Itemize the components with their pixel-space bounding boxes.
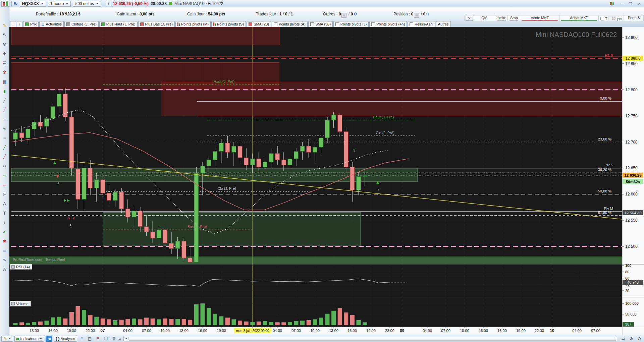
check-icon[interactable]: ✔: [1, 228, 9, 235]
chevron-down-icon: [40, 338, 42, 339]
svg-text:12 550: 12 550: [625, 218, 638, 223]
palette-icon[interactable]: ✾: [1, 68, 9, 76]
grid-icon[interactable]: ▦: [1, 78, 9, 85]
scrollbar-thumb[interactable]: [128, 337, 616, 341]
tab-heikin-ashi[interactable]: Heikin-Ashi: [408, 21, 435, 27]
text-tool-icon[interactable]: T: [1, 209, 9, 217]
zigzag-icon[interactable]: ⋀: [1, 200, 9, 207]
pan-icon[interactable]: ✚: [1, 50, 9, 57]
candles-icon[interactable]: ▮: [1, 87, 9, 95]
svg-text:50,00 %: 50,00 %: [598, 189, 612, 193]
tab-prix[interactable]: Prix: [23, 21, 39, 27]
indicators-button[interactable]: ▅ Indicateurs: [14, 336, 45, 342]
trendline-red-icon[interactable]: ╱: [1, 153, 9, 160]
hline-red-icon[interactable]: ─: [1, 181, 9, 188]
rectangle-tool-icon[interactable]: ▭: [1, 115, 9, 123]
tab-points-pivots-a[interactable]: Points pivots (A): [272, 21, 308, 27]
draw-pencil-icon[interactable]: ✎: [1, 21, 9, 29]
windows-icon[interactable]: ❐: [103, 336, 109, 342]
zoom-icon[interactable]: ⊙: [1, 40, 9, 48]
volume-chip[interactable]: Volume: [10, 301, 31, 306]
scroll-left-icon[interactable]: ◄: [124, 337, 128, 341]
chevron-down-icon: [66, 3, 68, 4]
tab-plus-haut[interactable]: Plus Haut (J, Pré): [99, 21, 138, 27]
indicator-color-icon: [140, 22, 144, 26]
trendline-green-icon[interactable]: ╱: [1, 144, 9, 151]
svg-text:50 000: 50 000: [625, 312, 637, 316]
fibonacci-icon[interactable]: ≡: [1, 134, 9, 141]
svg-text:38,20 %: 38,20 %: [598, 168, 612, 172]
delete-icon[interactable]: ✖: [1, 237, 9, 245]
chat-icon[interactable]: ❝: [78, 336, 85, 342]
sync-icon[interactable]: ↻: [14, 1, 18, 6]
zigzag2-icon[interactable]: ∿: [1, 256, 9, 264]
indicator-checkbox-icon[interactable]: [410, 22, 413, 26]
tab-sma-20[interactable]: SMA (20): [247, 21, 271, 27]
tab-label: Points pivots (J): [340, 22, 367, 26]
target-points-input[interactable]: [608, 16, 616, 21]
screenshot-icon[interactable]: ▤: [1, 59, 9, 66]
svg-text:10: 10: [550, 328, 554, 333]
zoom-in-icon[interactable]: ⊕: [628, 336, 635, 342]
analyser-button[interactable]: [ ] Analyser: [54, 336, 77, 342]
minimize-button[interactable]: ─: [619, 1, 625, 6]
wave-tool-icon[interactable]: ∿: [1, 125, 9, 132]
annotation-icon[interactable]: A: [1, 266, 9, 273]
tab-sma-50[interactable]: SMA (50): [308, 21, 333, 27]
orders-gear-icon[interactable]: ⚙: [354, 12, 357, 16]
settings-wrench-icon[interactable]: ⚒: [111, 336, 117, 342]
swap-axes-icon[interactable]: ⇄: [620, 336, 627, 342]
hline-green-icon[interactable]: ─: [1, 172, 9, 179]
restore-button[interactable]: ❐: [627, 1, 634, 6]
fib-retracement-icon[interactable]: F: [1, 190, 9, 198]
position-list-icon[interactable]: ▤: [414, 13, 419, 18]
price-chart[interactable]: Mini NASDAQ100 Full0622R1 SHaut (J, Pré)…: [9, 27, 644, 335]
units-select[interactable]: 200 unités: [73, 1, 101, 7]
share-icon[interactable]: ◅: [46, 336, 52, 342]
svg-text:12 500: 12 500: [625, 244, 638, 249]
tab-export-up[interactable]: ↑: [17, 21, 23, 27]
tab-points-pivots-j[interactable]: Points pivots (J): [333, 21, 369, 27]
tab-plus-bas[interactable]: Plus Bas (J, Pré): [138, 21, 175, 27]
rectangle2-icon[interactable]: ▭: [1, 247, 9, 254]
tab-cloture[interactable]: Clôture (J, Pré): [64, 21, 99, 27]
svg-text:12 800: 12 800: [625, 88, 638, 92]
svg-text:59m32s: 59m32s: [626, 180, 640, 184]
market-depth-icon[interactable]: ≣: [95, 336, 101, 342]
ruler-icon[interactable]: ╱: [1, 97, 9, 104]
rsi-chip[interactable]: RSI (14): [10, 264, 32, 270]
collapse-chevrons-icon[interactable]: «: [119, 336, 121, 341]
info-icon[interactable]: i: [106, 1, 111, 6]
zoom-out-icon[interactable]: ⊖: [636, 336, 643, 342]
buy-mkt-label: Achat MKT: [570, 16, 588, 20]
position-gear-icon[interactable]: ⚙: [426, 12, 430, 16]
svg-text:Mini NASDAQ100 Full0622: Mini NASDAQ100 Full0622: [536, 31, 617, 38]
orders-list-icon[interactable]: ▤: [341, 13, 346, 18]
tab-label: Prix: [30, 22, 37, 26]
target-checkbox[interactable]: [600, 17, 604, 20]
indicator-checkbox-icon[interactable]: [335, 22, 339, 26]
indicator-checkbox-icon[interactable]: [274, 22, 277, 26]
pink-trendline-icon[interactable]: ╱: [1, 106, 9, 113]
news-list-icon[interactable]: ▤: [87, 336, 93, 342]
tab-points-pivots-4h[interactable]: Points pivots (4h): [369, 21, 407, 27]
draw-tool-button[interactable]: ✎: [1, 336, 13, 342]
tab-export-down[interactable]: ↓: [10, 21, 16, 27]
symbol-select[interactable]: NQXXXX: [20, 1, 46, 7]
cursor-icon[interactable]: ↖: [1, 31, 9, 38]
svg-text:5: 5: [69, 224, 71, 228]
wrench-icon[interactable]: ⚒: [466, 16, 473, 21]
indicator-checkbox-icon[interactable]: [371, 22, 375, 26]
tab-points-pivots-m[interactable]: Points pivots (M): [175, 21, 211, 27]
svg-text:3: 3: [353, 149, 355, 152]
tab-points-pivots-s[interactable]: Points pivots (S): [211, 21, 246, 27]
svg-text:16:00: 16:00: [497, 329, 507, 333]
loss-label: Perte $: [628, 16, 640, 20]
tab-actualites[interactable]: ▤Actualités: [39, 21, 64, 27]
timeframe-select[interactable]: 1 heure: [48, 1, 71, 7]
scissors-icon[interactable]: ✂: [1, 162, 9, 170]
close-button[interactable]: ✕: [636, 1, 643, 6]
horizontal-scrollbar[interactable]: ◄: [123, 336, 617, 341]
arrow-down-icon[interactable]: ↓: [1, 219, 9, 226]
tab-autres[interactable]: Autres: [436, 21, 451, 27]
